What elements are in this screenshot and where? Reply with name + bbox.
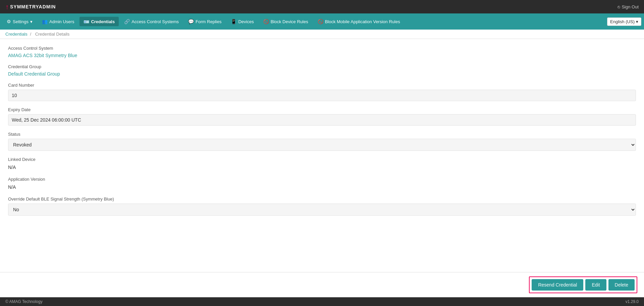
nav-label-block-device: Block Device Rules (271, 19, 308, 24)
action-bar: Resend Credential Edit Delete (0, 272, 644, 297)
card-number-input[interactable] (8, 90, 636, 101)
block-mobile-icon: 🚫 (318, 19, 323, 24)
breadcrumb-credential-details: Credential Details (35, 32, 70, 37)
nav-label-access-control: Access Control Systems (131, 19, 179, 24)
logo: ↑ SYMMETRYADMIN (5, 3, 56, 11)
status-select[interactable]: Revoked Active Suspended (8, 139, 636, 151)
breadcrumb-separator: / (30, 32, 32, 37)
form-replies-icon: 💬 (188, 19, 194, 24)
credentials-icon: 🪪 (84, 19, 89, 24)
expiry-date-section: Expiry Date (8, 107, 636, 126)
expiry-date-input[interactable] (8, 114, 636, 126)
sign-out-icon: ⎋ (618, 4, 620, 9)
breadcrumb-credentials[interactable]: Credentials (5, 32, 28, 37)
card-number-label: Card Number (8, 83, 636, 88)
footer: © AMAG Technology v1.29.0 (0, 297, 644, 306)
linked-device-label: Linked Device (8, 157, 636, 162)
credential-group-label: Credential Group (8, 64, 636, 69)
credential-group-section: Credential Group Default Credential Grou… (8, 64, 636, 77)
language-value: English (US) (610, 19, 635, 24)
nav-item-block-device[interactable]: 🚫 Block Device Rules (259, 17, 312, 26)
nav-label-block-mobile: Block Mobile Application Version Rules (325, 19, 400, 24)
sign-out-button[interactable]: ⎋ Sign Out (618, 4, 639, 9)
nav-item-block-mobile[interactable]: 🚫 Block Mobile Application Version Rules (314, 17, 404, 26)
nav-item-admin-users[interactable]: 👥 Admin Users (38, 17, 78, 26)
resend-credential-button[interactable]: Resend Credential (532, 279, 583, 291)
override-ble-select[interactable]: No Yes (8, 204, 636, 216)
nav-label-credentials: Credentials (91, 19, 115, 24)
expiry-date-label: Expiry Date (8, 107, 636, 112)
override-ble-label: Override Default BLE Signal Strength (Sy… (8, 196, 636, 202)
credential-group-value[interactable]: Default Credential Group (8, 71, 60, 77)
top-bar: ↑ SYMMETRYADMIN ⎋ Sign Out (0, 0, 644, 13)
status-label: Status (8, 132, 636, 137)
logo-icon: ↑ (5, 3, 9, 11)
settings-dropdown-icon: ▾ (30, 19, 33, 24)
status-section: Status Revoked Active Suspended (8, 132, 636, 151)
breadcrumb: Credentials / Credential Details (0, 30, 644, 39)
nav-item-access-control[interactable]: 🔗 Access Control Systems (120, 17, 183, 26)
nav-label-form-replies: Form Replies (196, 19, 221, 24)
devices-icon: 📱 (231, 19, 236, 24)
card-number-section: Card Number (8, 83, 636, 101)
settings-icon: ⚙ (7, 19, 11, 24)
application-version-section: Application Version N/A (8, 177, 636, 190)
application-version-label: Application Version (8, 177, 636, 182)
access-control-system-value[interactable]: AMAG ACS 32bit Symmetry Blue (8, 53, 77, 58)
access-control-icon: 🔗 (124, 19, 130, 24)
nav-left: ⚙ Settings ▾ 👥 Admin Users 🪪 Credentials… (3, 17, 404, 26)
delete-button[interactable]: Delete (608, 279, 635, 291)
nav-item-devices[interactable]: 📱 Devices (227, 17, 258, 26)
admin-users-icon: 👥 (42, 19, 48, 24)
edit-button[interactable]: Edit (585, 279, 606, 291)
nav-label-devices: Devices (238, 19, 254, 24)
linked-device-value: N/A (8, 164, 636, 171)
nav-item-form-replies[interactable]: 💬 Form Replies (184, 17, 225, 26)
logo-text: SYMMETRYADMIN (10, 4, 56, 9)
language-selector[interactable]: English (US) ▾ (607, 17, 641, 26)
linked-device-section: Linked Device N/A (8, 157, 636, 171)
nav-bar: ⚙ Settings ▾ 👥 Admin Users 🪪 Credentials… (0, 13, 644, 30)
language-dropdown-icon: ▾ (636, 19, 638, 24)
block-device-icon: 🚫 (263, 19, 269, 24)
nav-label-settings: Settings (13, 19, 29, 24)
application-version-value: N/A (8, 184, 636, 190)
footer-company: © AMAG Technology (5, 299, 43, 304)
sign-out-label: Sign Out (622, 4, 639, 9)
access-control-system-label: Access Control System (8, 46, 636, 51)
nav-item-settings[interactable]: ⚙ Settings ▾ (3, 17, 37, 26)
override-ble-section: Override Default BLE Signal Strength (Sy… (8, 196, 636, 216)
action-bar-inner: Resend Credential Edit Delete (529, 276, 637, 293)
access-control-system-section: Access Control System AMAG ACS 32bit Sym… (8, 46, 636, 58)
footer-version: v1.29.0 (626, 299, 639, 304)
main-content: Access Control System AMAG ACS 32bit Sym… (0, 39, 644, 272)
nav-label-admin-users: Admin Users (49, 19, 74, 24)
nav-item-credentials[interactable]: 🪪 Credentials (79, 17, 119, 26)
